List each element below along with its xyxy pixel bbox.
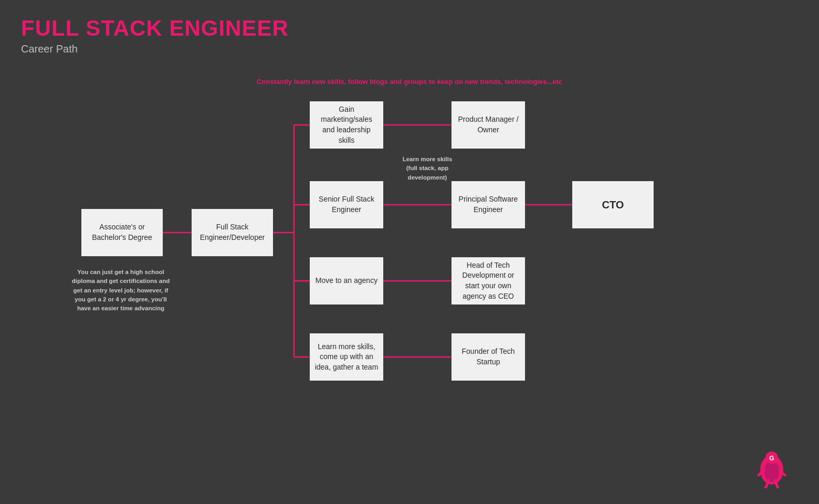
node-startup-entry: Learn more skills, come up with an idea,… (310, 333, 383, 381)
node-cto: CTO (572, 181, 654, 228)
page-subtitle: Career Path (21, 43, 289, 55)
node-founder: Founder of Tech Startup (452, 333, 525, 381)
node-degree: Associate's or Bachelor's Degree (81, 209, 163, 256)
node-head: Head of Tech Development or start your o… (452, 257, 525, 304)
node-principal: Principal Software Engineer (452, 181, 525, 228)
learn-more-label: Learn more skills (full stack, app devel… (401, 155, 454, 182)
header: FULL STACK ENGINEER Career Path (21, 16, 289, 55)
degree-note: You can just get a high school diploma a… (68, 268, 173, 313)
node-marketing: Gain marketing/sales and leadership skil… (310, 101, 383, 149)
node-agency: Move to an agency (310, 257, 383, 304)
node-senior: Senior Full Stack Engineer (310, 181, 383, 228)
node-pm: Product Manager / Owner (452, 101, 525, 149)
mascot: G (756, 446, 788, 488)
svg-text:G: G (769, 455, 774, 462)
top-note: Constantly learn new skills, follow blog… (257, 78, 562, 86)
page-title: FULL STACK ENGINEER (21, 16, 289, 41)
node-fullstack: Full Stack Engineer/Developer (192, 209, 273, 256)
